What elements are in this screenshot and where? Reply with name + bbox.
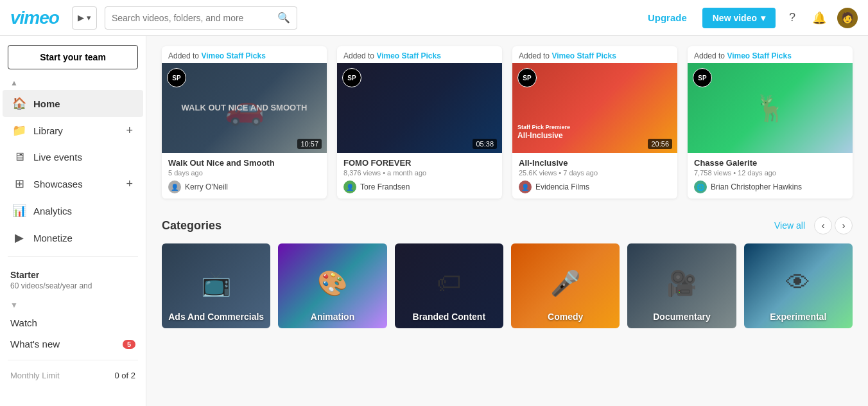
monthly-limit-label: Monthly Limit: [10, 371, 60, 380]
sidebar-divider: [8, 256, 138, 257]
staff-picks-grid: Added to Vimeo Staff Picks 🚗 WALK OUT NI…: [162, 46, 853, 199]
vimeo-logo[interactable]: vimeo: [10, 8, 59, 28]
video-author: 👤 Tore Frandsen: [343, 181, 496, 193]
categories-title: Categories: [162, 219, 221, 233]
search-type-btn[interactable]: ▶ ▾: [72, 6, 97, 30]
sp-badge: SP: [342, 68, 361, 87]
category-label: Comedy: [511, 312, 620, 322]
category-documentary[interactable]: 🎥 Documentary: [627, 243, 736, 328]
comedy-icon: 🎤: [550, 269, 580, 297]
card-tag: Added to Vimeo Staff Picks: [688, 46, 853, 63]
video-title: Chasse Galerite: [694, 158, 846, 168]
search-icon[interactable]: 🔍: [277, 12, 290, 24]
add-showcase-icon[interactable]: +: [126, 177, 133, 191]
sidebar-item-label: Monetize: [33, 233, 73, 243]
sidebar-item-watch[interactable]: Watch: [0, 312, 146, 333]
experimental-icon: 👁: [786, 269, 810, 297]
video-title: Walk Out Nice and Smooth: [168, 158, 320, 168]
card-tag: Added to Vimeo Staff Picks: [337, 46, 502, 63]
home-icon: 🏠: [13, 96, 26, 110]
video-card-4[interactable]: Added to Vimeo Staff Picks 🦌 SP Chasse G…: [688, 46, 853, 199]
search-bar: 🔍: [105, 6, 297, 30]
new-video-button[interactable]: New video ▾: [702, 8, 776, 28]
category-experimental[interactable]: 👁 Experimental: [744, 243, 853, 328]
watch-label: Watch: [10, 317, 37, 328]
video-duration: 20:56: [648, 139, 672, 149]
sidebar-divider-2: [8, 360, 138, 360]
sidebar-item-home[interactable]: 🏠 Home: [3, 90, 143, 117]
category-label: Documentary: [627, 312, 736, 322]
sidebar-item-label: Analytics: [33, 206, 72, 216]
video-title: FOMO FOREVER: [343, 158, 496, 168]
sidebar-item-label: Live events: [33, 152, 82, 163]
view-all-link[interactable]: View all: [774, 220, 805, 231]
monthly-limit-row: Monthly Limit 0 of 2: [0, 366, 146, 385]
video-duration: 05:38: [473, 139, 497, 149]
live-events-icon: 🖥: [13, 150, 26, 164]
starter-subtitle: 60 videos/seat/year and: [10, 281, 135, 290]
add-library-icon[interactable]: +: [126, 124, 133, 137]
category-label: Animation: [278, 312, 386, 322]
showcases-icon: ⊞: [13, 177, 26, 191]
author-avatar: 👤: [168, 181, 181, 193]
categories-next-button[interactable]: ›: [835, 216, 853, 234]
main-content: Added to Vimeo Staff Picks 🚗 WALK OUT NI…: [146, 36, 868, 406]
video-meta: 5 days ago: [168, 169, 320, 177]
video-icon: ▶: [78, 13, 84, 22]
category-label: Experimental: [744, 312, 853, 322]
sidebar-item-monetize[interactable]: ▶ Monetize: [3, 224, 143, 251]
video-author: 👤 Evidencia Films: [519, 181, 671, 193]
video-card-3[interactable]: Added to Vimeo Staff Picks Staff Pick Pr…: [512, 46, 677, 199]
layout: Start your team ▲ 🏠 Home 📁 Library + 🖥 L…: [0, 36, 868, 406]
video-thumbnail: SP 05:38: [337, 63, 502, 153]
animation-icon: 🎨: [317, 269, 347, 297]
help-icon[interactable]: ?: [783, 9, 801, 27]
video-card-2[interactable]: Added to Vimeo Staff Picks SP 05:38 FOMO…: [337, 46, 502, 199]
branded-icon: 🏷: [437, 269, 461, 297]
documentary-icon: 🎥: [666, 269, 697, 297]
category-label: Ads And Commercials: [162, 312, 270, 322]
start-team-button[interactable]: Start your team: [8, 45, 138, 69]
video-meta: 8,376 views • a month ago: [343, 169, 496, 177]
category-animation[interactable]: 🎨 Animation: [278, 243, 386, 328]
search-input[interactable]: [112, 13, 273, 23]
sidebar-item-library[interactable]: 📁 Library +: [3, 117, 143, 144]
avatar[interactable]: 🧑: [837, 8, 858, 28]
video-info: Chasse Galerite 7,758 views • 12 days ag…: [688, 153, 853, 199]
sidebar-item-whats-new[interactable]: What's new 5: [0, 333, 146, 355]
card-tag: Added to Vimeo Staff Picks: [512, 46, 677, 63]
author-avatar: 👤: [343, 181, 356, 193]
sidebar-item-analytics[interactable]: 📊 Analytics: [3, 197, 143, 224]
sidebar-item-label: Showcases: [33, 179, 83, 190]
sidebar-item-live-events[interactable]: 🖥 Live events: [3, 144, 143, 170]
sidebar-item-showcases[interactable]: ⊞ Showcases +: [3, 170, 143, 197]
header-icons: ? 🔔 🧑: [783, 8, 858, 28]
upgrade-button[interactable]: Upgrade: [640, 7, 695, 28]
category-comedy[interactable]: 🎤 Comedy: [511, 243, 620, 328]
video-card-1[interactable]: Added to Vimeo Staff Picks 🚗 WALK OUT NI…: [162, 46, 327, 199]
video-thumbnail: 🚗 WALK OUT NICE AND SMOOTH SP 10:57: [162, 63, 327, 153]
starter-title: Starter: [10, 270, 135, 280]
video-thumbnail: Staff Pick PremiereAll-Inclusive SP 20:5…: [512, 63, 677, 153]
sidebar: Start your team ▲ 🏠 Home 📁 Library + 🖥 L…: [0, 36, 146, 406]
categories-prev-button[interactable]: ‹: [814, 216, 832, 234]
categories-header: Categories View all ‹ ›: [162, 216, 853, 234]
video-duration: 10:57: [297, 139, 322, 149]
category-ads[interactable]: 📺 Ads And Commercials: [162, 243, 270, 328]
category-branded[interactable]: 🏷 Branded Content: [395, 243, 503, 328]
category-label: Branded Content: [395, 312, 503, 322]
video-author: 🌐 Brian Christopher Hawkins: [694, 181, 846, 193]
author-avatar: 👤: [519, 181, 532, 193]
sidebar-item-label: Home: [33, 98, 60, 109]
sidebar-item-label: Library: [33, 125, 63, 136]
notifications-icon[interactable]: 🔔: [810, 9, 828, 27]
video-meta: 25.6K views • 7 days ago: [519, 169, 671, 177]
video-thumbnail: 🦌 SP: [688, 63, 853, 153]
dropdown-chevron-icon: ▾: [87, 13, 91, 22]
analytics-icon: 📊: [13, 204, 26, 218]
video-title: All-Inclusive: [519, 158, 671, 168]
categories-grid: 📺 Ads And Commercials 🎨 Animation 🏷 Bran…: [162, 243, 853, 328]
author-avatar: 🌐: [694, 181, 707, 193]
video-info: Walk Out Nice and Smooth 5 days ago 👤 Ke…: [162, 153, 327, 199]
whats-new-label: What's new: [10, 339, 60, 349]
